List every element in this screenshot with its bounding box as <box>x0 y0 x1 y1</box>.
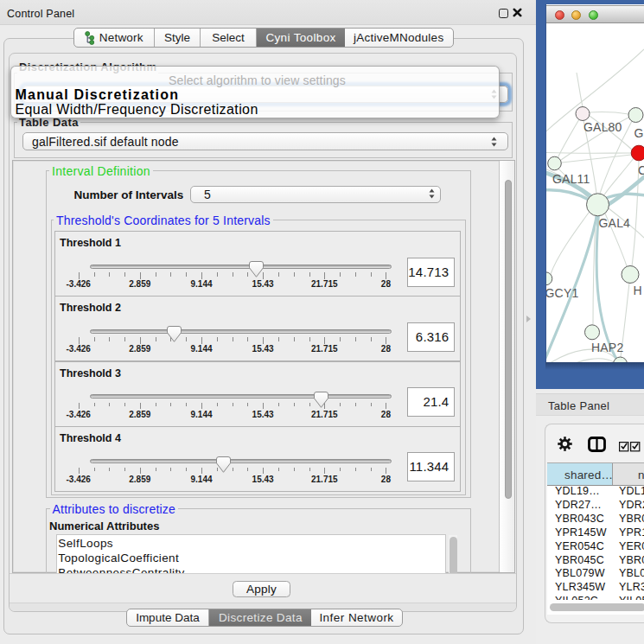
svg-text:H: H <box>634 284 642 297</box>
svg-text:GAL4: GAL4 <box>599 216 631 230</box>
svg-text:C: C <box>638 163 644 177</box>
svg-text:G: G <box>634 126 644 140</box>
svg-text:GAL11: GAL11 <box>552 172 590 186</box>
svg-text:GAL80: GAL80 <box>583 120 622 134</box>
svg-text:GCY1: GCY1 <box>546 286 578 300</box>
svg-text:HAP2: HAP2 <box>591 341 623 354</box>
